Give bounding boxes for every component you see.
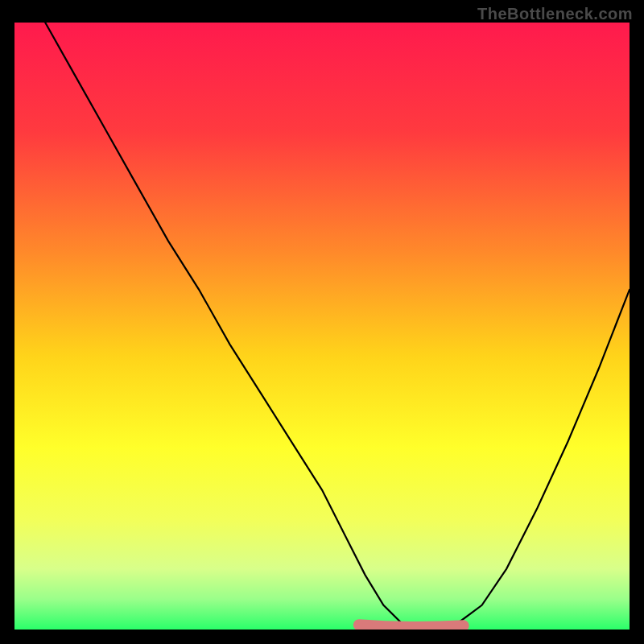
bottleneck-plot [14, 23, 630, 630]
gradient-background [14, 23, 630, 630]
chart-frame: TheBottleneck.com [0, 0, 644, 644]
plot-svg [14, 23, 630, 630]
optimal-region-marker [359, 625, 464, 627]
watermark-label: TheBottleneck.com [477, 5, 633, 23]
